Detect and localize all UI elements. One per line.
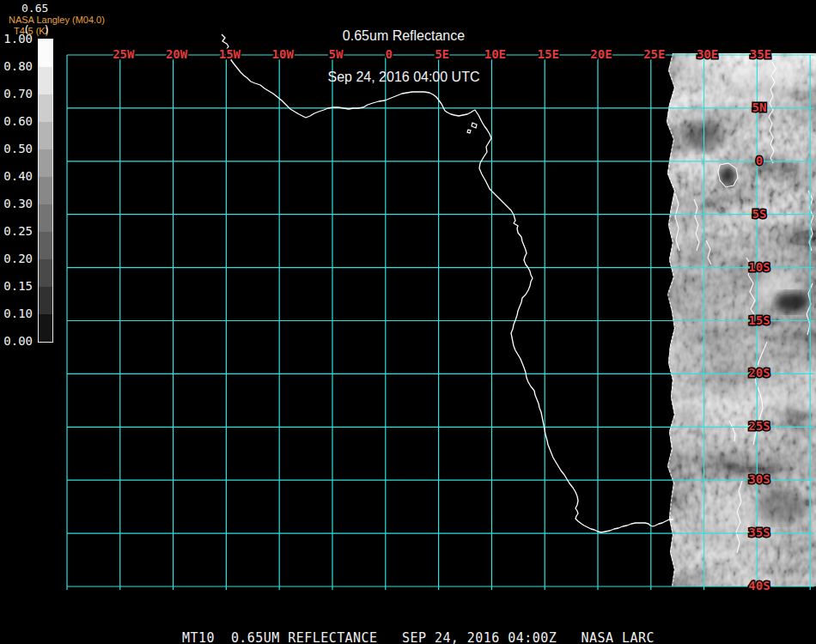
cloud-blob [775,292,809,313]
lat-label: 5N [752,100,767,114]
colorbar-tick-label: 0.20 [3,252,33,265]
colorbar-tick-label: 0.30 [3,197,33,210]
lon-label: 20W [166,47,188,61]
lon-label: 25W [113,47,135,61]
units-label: ( ) [23,23,50,36]
colorbar-tick-label: 0.25 [3,224,33,238]
lon-label: 30E [697,47,718,61]
colorbar-segment [39,259,52,287]
footer-caption: MT10 0.65UM REFLECTANCE SEP 24, 2016 04:… [182,630,655,644]
lon-label: 20E [590,47,612,61]
colorbar-segment [39,67,52,94]
colorbar-segment [39,94,52,122]
colorbar-tick-label: 0.40 [3,169,33,183]
colorbar-tick-labels: 1.000.800.700.600.500.400.300.250.200.15… [0,39,34,342]
colorbar-tick-label: 0.15 [3,279,33,293]
title-block: 0.65um Reflectance Sep 24, 2016 04:00 UT… [215,2,593,112]
colorbar [38,39,53,343]
page-subtitle: Sep 24, 2016 04:00 UTC [215,70,593,84]
colorbar-segment [39,232,52,259]
lat-label: 15S [748,313,770,327]
product-label: 0.65 [21,2,48,15]
colorbar-segment [39,39,52,67]
colorbar-segment [39,204,52,232]
lat-label: 0 [756,154,763,167]
colorbar-segment [39,149,52,177]
lon-label: 25E [643,47,665,61]
cloud-blob [756,489,807,524]
lat-label: 10S [748,260,770,274]
colorbar-tick-label: 0.70 [3,87,33,100]
satellite-image-viewer: 25W20W15W10W5W05E10E15E20E25E30E35E5N05S… [0,0,816,644]
lat-label: 5S [752,207,767,221]
lat-label: 25S [748,419,770,433]
colorbar-tick-label: 0.60 [3,114,33,128]
lat-label: 35S [748,526,770,539]
colorbar-tick-label: 0.00 [3,334,33,348]
lon-label: 35E [750,47,771,61]
colorbar-tick-label: 0.50 [3,142,33,155]
colorbar-segment [39,122,52,149]
colorbar-segment [39,287,52,314]
colorbar-tick-label: 0.10 [3,307,33,320]
colorbar-tick-label: 0.80 [3,59,33,73]
lat-label: 40S [748,579,770,592]
cloud-blob [730,58,799,96]
lat-label: 20S [748,366,770,380]
lat-label: 30S [748,472,770,486]
colorbar-segment [39,177,52,204]
island-outline [472,123,477,128]
colorbar-segment [39,314,52,342]
island-outline [467,130,471,133]
page-title: 0.65um Reflectance [215,29,593,43]
